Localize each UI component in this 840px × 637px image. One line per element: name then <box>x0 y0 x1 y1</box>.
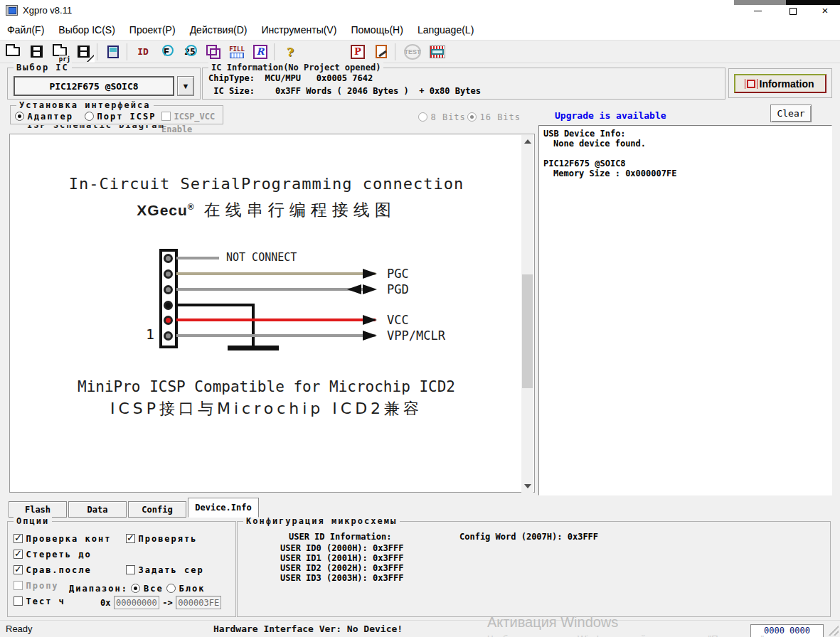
compare-after-checkbox[interactable]: Срав.после <box>14 563 92 575</box>
range-all-radio[interactable]: Все <box>131 582 163 594</box>
radio-icon <box>418 112 427 122</box>
ic-select-combobox[interactable]: PIC12F675 @SOIC8 <box>14 76 174 96</box>
chip-p-letter: P <box>354 46 361 57</box>
device-info-panel: USB Device Info: None device found. PIC1… <box>538 125 832 496</box>
read-chip-button[interactable]: R <box>250 42 271 62</box>
upgrade-available-text[interactable]: Upgrade is available <box>555 110 666 121</box>
bits-8-radio: 8 Bits <box>418 110 466 123</box>
wire-gnd-horizontal <box>176 304 255 306</box>
test-checkbox[interactable]: Тест ч <box>14 594 65 606</box>
menu-actions[interactable]: Действия(D) <box>183 21 255 36</box>
bits-16-label: 16 Bits <box>479 112 521 122</box>
erase-before-checkbox[interactable]: Стереть до <box>14 547 92 560</box>
close-icon: × <box>822 4 829 16</box>
save-project-button[interactable] <box>73 42 94 62</box>
resize-grip[interactable] <box>827 624 839 636</box>
ic-size-line: IC Size: 0x3FF Words ( 2046 Bytes ) + 0x… <box>208 86 481 96</box>
radio-icon <box>166 584 176 593</box>
pin-gnd <box>164 301 173 310</box>
chip-id-button[interactable]: ID <box>132 42 154 62</box>
tab-flash[interactable]: Flash <box>9 501 67 518</box>
menu-select-ic[interactable]: Выбор IC(S) <box>51 21 122 36</box>
save-file-button[interactable] <box>26 42 47 62</box>
wire-vcc <box>176 318 376 321</box>
isp-schematic-title-clipped: ISP Schematic Diagram <box>27 125 165 132</box>
bottom-tab-bar: Flash Data Config Device.Info <box>9 498 260 518</box>
tab-device-info[interactable]: Device.Info <box>188 498 259 518</box>
test-button[interactable]: TEST <box>400 42 425 62</box>
icsp-port-radio[interactable]: Порт ICSP <box>85 109 156 122</box>
scrollbar-thumb[interactable] <box>522 274 533 388</box>
socket-test-button[interactable] <box>427 42 448 62</box>
bits-8-label: 8 Bits <box>430 112 465 122</box>
toolbar: prj ID F 25 FILL R ? P TEST <box>0 40 840 63</box>
range-arrow: -> <box>162 598 172 608</box>
range-block-radio[interactable]: Блок <box>166 582 205 594</box>
save-floppy-icon <box>31 46 43 58</box>
verify-checkbox[interactable]: Проверять <box>126 532 197 545</box>
diagram-title-en: In-Circuit SerialProgramming connection <box>11 175 522 193</box>
menu-file[interactable]: Файл(F) <box>0 21 51 36</box>
bits-16-radio: 16 Bits <box>467 110 521 123</box>
information-button[interactable]: Information <box>734 74 826 93</box>
menu-tools[interactable]: Инструменты(V) <box>254 21 344 36</box>
ic-select-group-title: Выбор IC <box>14 63 72 73</box>
range-block-label: Блок <box>179 584 206 594</box>
open-project-button[interactable]: prj <box>49 42 70 62</box>
serial-checkbox[interactable]: Задать сер <box>126 563 204 576</box>
ic-select-dropdown-button[interactable]: ▼ <box>177 76 194 96</box>
clear-button[interactable]: Clear <box>770 105 812 122</box>
edit-buffer-button[interactable] <box>371 42 392 62</box>
range-to-field: 000003FE <box>176 596 221 609</box>
screen-edge-strip-black <box>786 0 840 5</box>
range-label: Диапазон: <box>69 584 128 594</box>
user-id0-line: USER ID0 (2000H): 0x3FFF <box>280 543 403 553</box>
spacer <box>543 149 827 159</box>
zoom-25-button[interactable]: 25 <box>179 42 201 62</box>
fill-icon: FILL <box>229 46 245 58</box>
ic-info-group-title: IC Information(No Project opened) <box>208 63 383 73</box>
pin-1-number: 1 <box>146 326 154 343</box>
menu-help[interactable]: Помощь(H) <box>344 21 410 36</box>
scroll-up-icon <box>524 136 531 144</box>
arrow-right-icon <box>363 284 377 294</box>
ic-info-group: IC Information(No Project opened) ChipTy… <box>202 68 725 100</box>
ram-buffer-button[interactable] <box>102 42 124 62</box>
swap-buffer-button[interactable] <box>203 42 224 62</box>
tab-config[interactable]: Config <box>128 501 186 518</box>
serial-label: Задать сер <box>138 565 203 575</box>
arrow-right-icon <box>363 315 377 325</box>
hex-prefix: 0x <box>100 598 110 608</box>
fill-buffer-button[interactable]: FILL <box>226 42 248 62</box>
tab-data[interactable]: Data <box>68 501 127 518</box>
status-hardware: Hardware Interface Ver: No Device! <box>213 623 403 634</box>
wire-not-connect <box>176 257 219 259</box>
windows-activation-watermark: Активация Windows <box>487 614 618 631</box>
wire-pgc <box>176 272 376 275</box>
verify-contact-label: Проверка конт <box>26 534 111 544</box>
help-button[interactable]: ? <box>280 42 301 62</box>
diagram-panel: In-Circuit SerialProgramming connection … <box>9 134 535 493</box>
checkbox-icon <box>126 534 135 543</box>
maximize-icon <box>790 8 797 15</box>
pin-not-connect <box>164 254 173 263</box>
program-chip-button[interactable]: P <box>347 42 368 62</box>
scroll-down-button[interactable] <box>521 481 533 493</box>
menu-project[interactable]: Проект(P) <box>122 21 183 36</box>
pin-pgd <box>164 285 173 294</box>
checkbox-icon <box>14 581 23 590</box>
diagram-footer-cn: ICSP接口与Microchip ICD2兼容 <box>11 398 522 419</box>
find-chip-button[interactable]: F <box>156 42 177 62</box>
adapter-radio[interactable]: Адаптер <box>15 109 73 122</box>
magnifier-icon <box>186 45 197 56</box>
erase-before-label: Стереть до <box>26 550 91 560</box>
range-from-field: 00000000 <box>114 596 159 609</box>
chip-icon <box>747 80 755 88</box>
open-file-button[interactable] <box>2 42 23 62</box>
scroll-up-button[interactable] <box>521 135 533 147</box>
diagram-scrollbar[interactable] <box>521 135 533 493</box>
interface-group-title: Установка интерфейса <box>16 100 154 110</box>
verify-contact-checkbox[interactable]: Проверка конт <box>14 532 111 544</box>
label-vpp: VPP/MCLR <box>387 328 445 343</box>
menu-language[interactable]: Language(L) <box>410 21 481 36</box>
